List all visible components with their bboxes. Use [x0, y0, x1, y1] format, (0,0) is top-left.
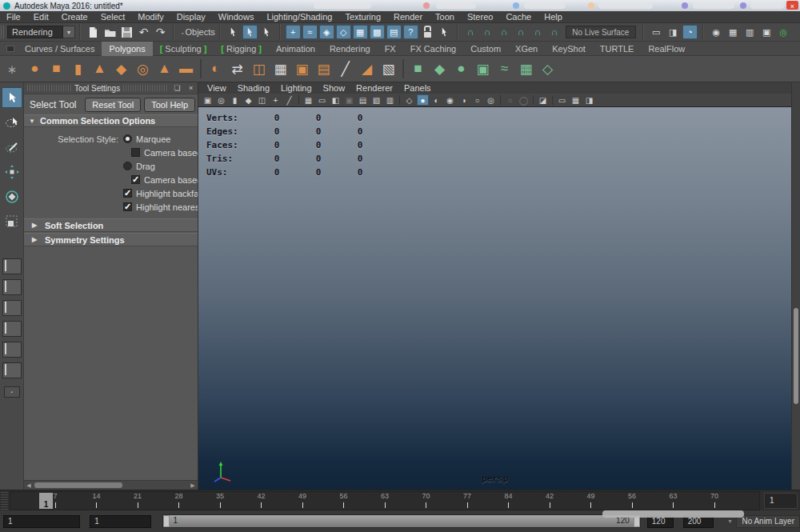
poly-plane-button[interactable]: ◆ — [110, 58, 132, 80]
ambient-occlusion-icon[interactable]: ○ — [471, 94, 483, 106]
scale-tool-button[interactable] — [2, 211, 22, 232]
highlight-backfaces-checkbox[interactable] — [123, 189, 132, 198]
render-settings-icon[interactable]: ▣ — [759, 25, 774, 39]
close-window-button[interactable] — [786, 1, 798, 10]
menu-windows[interactable]: Windows — [212, 11, 261, 23]
multi-pane-icon[interactable]: ◨ — [666, 25, 681, 39]
panel-horizontal-scrollbar[interactable] — [24, 480, 198, 490]
layout-single-pane-button[interactable] — [2, 258, 22, 274]
move-tool-button[interactable] — [2, 162, 22, 182]
time-slider-grip[interactable] — [1, 492, 8, 510]
lasso-tool-button[interactable] — [2, 112, 22, 133]
sculpt-panel-button[interactable]: ▦ — [515, 58, 537, 80]
layout-outliner-icon[interactable]: ◨ — [583, 94, 595, 106]
soft-selection-section[interactable]: ▶ Soft Selection — [24, 218, 198, 232]
shaded-icon[interactable]: ● — [417, 94, 429, 106]
make-live-icon[interactable]: ▩ — [370, 25, 385, 39]
textured-icon[interactable]: ◐ — [430, 94, 442, 106]
time-sync-icon[interactable]: ◔ — [682, 25, 698, 39]
current-time-field[interactable]: 1 — [764, 493, 798, 509]
drag-label[interactable]: Drag — [136, 162, 155, 171]
multisample-icon[interactable]: ○ — [504, 94, 516, 106]
snap-to-projected-center-icon[interactable]: ◇ — [336, 25, 351, 39]
select-camera-icon[interactable]: ▣ — [202, 94, 214, 106]
poly-cylinder-button[interactable]: ▮ — [67, 58, 89, 80]
open-scene-button[interactable] — [102, 25, 118, 39]
xray-sculpt-button[interactable]: ◇ — [537, 58, 558, 80]
wire-cube-button[interactable]: ▣ — [291, 58, 313, 80]
hierarchy-mode-button[interactable] — [226, 25, 241, 39]
redo-icon[interactable]: ↷ — [153, 25, 168, 39]
camera-based-selection-checkbox[interactable] — [131, 148, 140, 157]
image-plane-icon[interactable]: ◫ — [256, 94, 268, 106]
menu-stereo[interactable]: Stereo — [461, 11, 499, 23]
viewport-icon[interactable] — [533, 95, 534, 105]
render-view-icon[interactable]: ◉ — [709, 25, 724, 39]
object-mode-button[interactable] — [242, 25, 258, 39]
mirror-button[interactable]: ◫ — [248, 58, 270, 80]
poly-sphere-button[interactable]: ● — [24, 58, 46, 80]
highlight-selection-mode-icon[interactable] — [437, 25, 452, 39]
highlight-nearest-checkbox[interactable] — [123, 202, 132, 211]
shelf-menu-icon[interactable] — [6, 46, 14, 52]
camera-based-selection-label[interactable]: Camera based sel — [144, 148, 198, 158]
close-panel-icon[interactable]: × — [186, 84, 196, 93]
tab-sculpting[interactable]: Sculpting — [153, 42, 214, 56]
toolbar-grip[interactable] — [1, 26, 6, 38]
smooth-button[interactable]: ◐ — [205, 58, 226, 80]
panel-grip[interactable] — [123, 85, 167, 91]
poly-cone-button[interactable]: ▲ — [89, 58, 110, 80]
tab-animation[interactable]: Animation — [269, 42, 322, 56]
marquee-radio[interactable] — [123, 134, 132, 143]
tab-custom[interactable]: Custom — [463, 42, 508, 56]
range-start-handle[interactable] — [163, 515, 170, 527]
viewport-icon[interactable] — [298, 95, 299, 105]
tab-fx[interactable]: FX — [378, 42, 403, 56]
panel-grip[interactable] — [27, 85, 71, 91]
menuset-dropdown-icon[interactable] — [63, 26, 75, 38]
camera-attributes-icon[interactable]: ▮ — [229, 94, 241, 106]
layout-four-icon[interactable]: ▦ — [570, 94, 582, 106]
poly-cube-button[interactable]: ■ — [46, 58, 67, 80]
vp-menu-renderer[interactable]: Renderer — [350, 82, 398, 94]
symmetry-settings-section[interactable]: ▶ Symmetry Settings — [24, 233, 198, 246]
film-gate-icon[interactable]: ▭ — [316, 94, 328, 106]
quad-draw-button[interactable]: ╱ — [334, 58, 356, 80]
move-increment-icon[interactable]: + — [286, 25, 301, 39]
rotate-tool-button[interactable] — [2, 186, 22, 207]
tab-realflow[interactable]: RealFlow — [641, 42, 692, 56]
component-mode-button[interactable] — [259, 25, 274, 39]
range-slider[interactable]: 1 120 — [162, 514, 640, 528]
right-panel-scrollbar[interactable] — [791, 82, 800, 490]
layout-single-icon[interactable]: ▭ — [556, 94, 568, 106]
depth-of-field-icon[interactable]: ◯ — [518, 94, 530, 106]
connections-icon-3[interactable]: ∩ — [497, 25, 512, 39]
grid-icon[interactable]: ▦ — [302, 94, 314, 106]
lights-icon[interactable]: ◉ — [444, 94, 456, 106]
tab-fx-caching[interactable]: FX Caching — [403, 42, 463, 56]
highlight-backfaces-label[interactable]: Highlight backfaces — [136, 189, 198, 198]
menu-help[interactable]: Help — [538, 11, 569, 23]
undock-panel-icon[interactable]: ❏ — [172, 84, 182, 93]
connections-icon-2[interactable]: ∩ — [480, 25, 495, 39]
safe-title-icon[interactable]: ▥ — [384, 94, 396, 106]
shadows-icon[interactable]: ◑ — [458, 94, 470, 106]
current-renderer-icon[interactable]: ◎ — [776, 25, 791, 39]
menu-create[interactable]: Create — [55, 11, 94, 23]
tab-rigging[interactable]: Rigging — [214, 42, 269, 56]
menu-lighting-shading[interactable]: Lighting/Shading — [260, 11, 338, 23]
connections-icon-5[interactable]: ∩ — [530, 25, 546, 39]
menuset-selector[interactable]: Rendering — [7, 26, 75, 38]
scroll-right-icon[interactable] — [188, 481, 198, 490]
selection-mask-menu-icon[interactable] — [178, 27, 183, 37]
animation-start-field[interactable]: 1 — [3, 515, 80, 528]
camera-based-paint-label[interactable]: Camera based pai — [144, 175, 198, 185]
scrollbar-thumb[interactable] — [34, 482, 122, 488]
vp-menu-shading[interactable]: Shading — [232, 82, 275, 94]
resolution-gate-icon[interactable]: ◧ — [330, 94, 342, 106]
marquee-label[interactable]: Marquee — [136, 134, 170, 144]
reset-tool-button[interactable]: Reset Tool — [85, 98, 141, 112]
connections-icon-1[interactable]: ∩ — [463, 25, 478, 39]
undo-icon[interactable]: ↶ — [136, 25, 151, 39]
layout-split-button[interactable] — [2, 342, 22, 358]
